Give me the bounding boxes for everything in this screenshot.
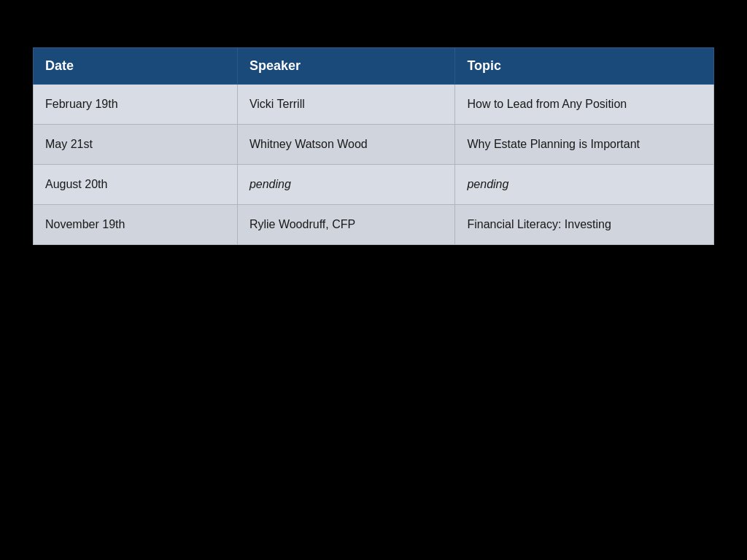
table-row: November 19thRylie Woodruff, CFPFinancia…	[34, 205, 714, 245]
date-cell: November 19th	[34, 205, 238, 245]
topic-cell: pending	[455, 165, 714, 205]
table-row: May 21stWhitney Watson WoodWhy Estate Pl…	[34, 125, 714, 165]
topic-cell: Why Estate Planning is Important	[455, 125, 714, 165]
schedule-table: Date Speaker Topic February 19thVicki Te…	[33, 47, 714, 245]
table-header: Date Speaker Topic	[34, 48, 714, 85]
schedule-table-container: Date Speaker Topic February 19thVicki Te…	[33, 47, 714, 245]
speaker-cell: pending	[237, 165, 455, 205]
table-row: February 19thVicki TerrillHow to Lead fr…	[34, 85, 714, 125]
speaker-header: Speaker	[237, 48, 455, 85]
date-cell: May 21st	[34, 125, 238, 165]
table-row: August 20thpendingpending	[34, 165, 714, 205]
date-header: Date	[34, 48, 238, 85]
speaker-cell: Vicki Terrill	[237, 85, 455, 125]
topic-cell: How to Lead from Any Position	[455, 85, 714, 125]
topic-header: Topic	[455, 48, 714, 85]
speaker-cell: Rylie Woodruff, CFP	[237, 205, 455, 245]
speaker-cell: Whitney Watson Wood	[237, 125, 455, 165]
date-cell: August 20th	[34, 165, 238, 205]
header-row: Date Speaker Topic	[34, 48, 714, 85]
table-body: February 19thVicki TerrillHow to Lead fr…	[34, 85, 714, 245]
topic-cell: Financial Literacy: Investing	[455, 205, 714, 245]
date-cell: February 19th	[34, 85, 238, 125]
